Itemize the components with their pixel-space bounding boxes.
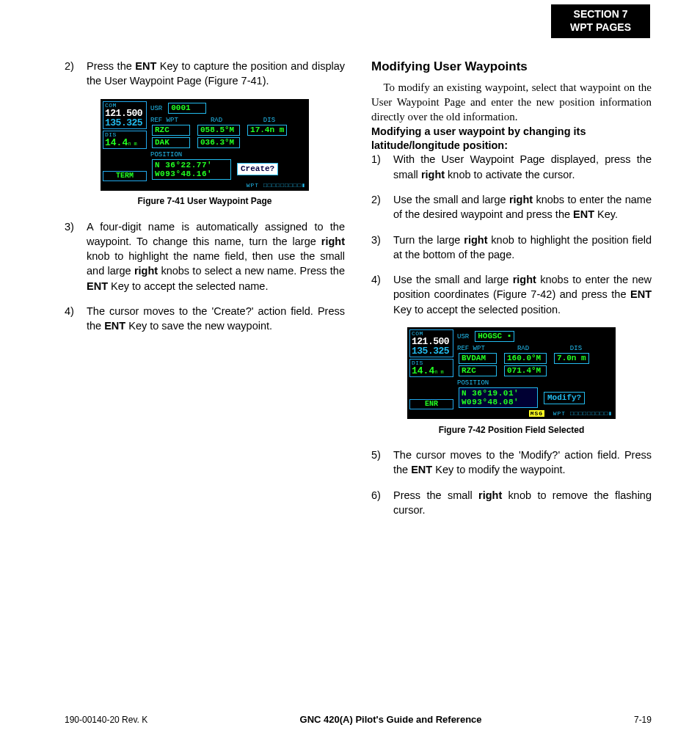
right-step-6: 6) Press the small right knob to remove … [371, 488, 652, 518]
position-label: POSITION [457, 380, 489, 387]
create-action: Create? [237, 163, 278, 175]
footer-right: 7-19 [634, 715, 652, 725]
step-number: 5) [371, 448, 393, 478]
mode-enr: ENR [425, 400, 438, 408]
step-number: 6) [371, 488, 393, 518]
dist-1: 7.0n m [554, 353, 589, 364]
footer-left: 190-00140-20 Rev. K [65, 715, 147, 725]
avionics-screen-42: COM 121.500 135.325 DIS 14.4n m ENR [407, 327, 616, 419]
step-text: The cursor moves to the 'Modify?' action… [393, 448, 652, 478]
msg-indicator: MSG [529, 410, 544, 417]
left-column: 2) Press the ENT Key to capture the posi… [65, 59, 345, 700]
step-text: Press the ENT Key to capture the positio… [87, 59, 345, 89]
right-column: Modifying User Waypoints To modify an ex… [371, 59, 652, 700]
figure-caption-41: Figure 7-41 User Waypoint Page [65, 195, 345, 207]
dis-value: 14.4 [412, 365, 434, 376]
step-text: With the User Waypoint Page displayed, p… [393, 152, 652, 182]
left-step-4: 4) The cursor moves to the 'Create?' act… [65, 304, 345, 334]
step-number: 3) [371, 233, 393, 263]
step-text: Use the small and large right knobs to e… [393, 192, 652, 222]
ref-wpt-1: RZC [152, 125, 190, 136]
com-standby: 135.325 [105, 118, 145, 128]
page-content: 2) Press the ENT Key to capture the posi… [65, 59, 652, 700]
dist-1: 17.4n m [247, 125, 287, 136]
intro-paragraph: To modify an existing waypoint, select t… [371, 80, 652, 125]
step-number: 2) [371, 192, 393, 222]
step-number: 4) [65, 304, 87, 334]
figure-7-41: COM 121.500 135.325 DIS 14.4n m TERM [65, 99, 345, 208]
step-text: A four-digit name is automatically assig… [87, 219, 345, 293]
com-active: 121.500 [105, 109, 145, 118]
footer-center: GNC 420(A) Pilot's Guide and Reference [300, 714, 482, 725]
step-number: 3) [65, 219, 87, 293]
pos-lon: W093°48.08' [462, 398, 519, 406]
procedure-title: Modifying a user waypoint by changing it… [371, 125, 652, 153]
usr-value: 0001 [168, 103, 206, 114]
left-step-2: 2) Press the ENT Key to capture the posi… [65, 59, 345, 89]
dis-value: 14.4 [105, 137, 128, 148]
mode-term: TERM [116, 172, 134, 180]
step-number: 2) [65, 59, 87, 89]
com-standby: 135.325 [412, 346, 451, 356]
step-text: Turn the large right knob to highlight t… [393, 233, 652, 263]
right-step-4: 4) Use the small and large right knobs t… [371, 272, 652, 317]
avionics-screen-41: COM 121.500 135.325 DIS 14.4n m TERM [101, 99, 309, 191]
left-step-3: 3) A four-digit name is automatically as… [65, 219, 345, 293]
figure-7-42: COM 121.500 135.325 DIS 14.4n m ENR [371, 327, 652, 436]
usr-label: USR [150, 106, 162, 112]
usr-value: HOGSC ▪ [475, 331, 514, 342]
section-tab: SECTION 7 WPT PAGES [551, 4, 650, 38]
page-bar: MSG WPT □□□□□□□□□▮ [409, 410, 614, 417]
right-step-5: 5) The cursor moves to the 'Modify?' act… [371, 448, 652, 478]
right-step-2: 2) Use the small and large right knobs t… [371, 192, 652, 222]
step-text: Use the small and large right knobs to e… [393, 272, 652, 317]
usr-label: USR [457, 334, 469, 340]
pos-lon: W093°48.16' [155, 169, 212, 178]
step-text: The cursor moves to the 'Create?' action… [87, 304, 345, 334]
rad-1: 058.5°M [197, 125, 240, 136]
step-number: 4) [371, 272, 393, 317]
rad-2: 071.4°M [504, 365, 547, 376]
right-step-1: 1) With the User Waypoint Page displayed… [371, 152, 652, 182]
right-step-3: 3) Turn the large right knob to highligh… [371, 233, 652, 263]
ref-wpt-1: BVDAM [459, 353, 497, 364]
rad-2: 036.3°M [197, 137, 240, 148]
page-bar: WPT □□□□□□□□□▮ [102, 182, 307, 189]
step-number: 1) [371, 152, 393, 182]
page-footer: 190-00140-20 Rev. K GNC 420(A) Pilot's G… [65, 714, 652, 725]
section-tab-line1: SECTION 7 [570, 8, 631, 21]
subheading-modifying: Modifying User Waypoints [371, 59, 652, 76]
position-label: POSITION [150, 152, 182, 158]
ref-wpt-2: RZC [459, 365, 497, 376]
step-text: Press the small right knob to remove the… [393, 488, 652, 518]
rad-1: 160.0°M [504, 353, 547, 364]
pos-lat: N 36°22.77' [155, 161, 212, 169]
figure-caption-42: Figure 7-42 Position Field Selected [371, 424, 652, 436]
ref-wpt-2: DAK [152, 137, 190, 148]
pos-lat: N 36°19.01' [462, 389, 519, 398]
modify-action: Modify? [544, 392, 585, 404]
section-tab-line2: WPT PAGES [570, 21, 631, 34]
